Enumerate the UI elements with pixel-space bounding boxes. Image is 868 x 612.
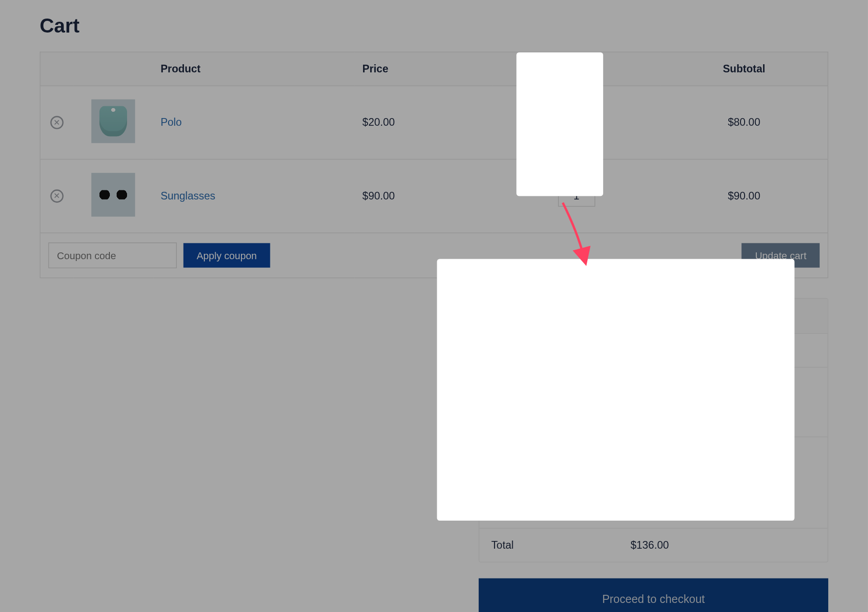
close-icon: ✕ bbox=[53, 192, 60, 200]
highlight-cart-totals bbox=[437, 259, 795, 521]
product-link[interactable]: Polo bbox=[160, 117, 182, 128]
total-label: Total bbox=[479, 528, 618, 562]
table-row: ✕ Polo $20.00 $80.00 bbox=[40, 86, 828, 160]
cart-table: Product Price Quantity Subtotal ✕ Polo $… bbox=[40, 52, 828, 278]
table-row: ✕ Sunglasses $90.00 $90.00 bbox=[40, 159, 828, 233]
apply-coupon-button[interactable]: Apply coupon bbox=[184, 243, 270, 267]
col-header-subtotal: Subtotal bbox=[660, 52, 828, 86]
total-amount: $136.00 bbox=[618, 528, 827, 562]
proceed-to-checkout-button[interactable]: Proceed to checkout bbox=[479, 579, 828, 612]
remove-item-button[interactable]: ✕ bbox=[50, 116, 63, 129]
subtotal-value: $90.00 bbox=[660, 159, 828, 233]
product-link[interactable]: Sunglasses bbox=[160, 190, 215, 201]
price-value: $90.00 bbox=[354, 159, 492, 233]
col-header-product: Product bbox=[153, 52, 354, 86]
product-thumbnail[interactable] bbox=[91, 173, 135, 217]
col-header-remove bbox=[40, 52, 73, 86]
col-header-thumb bbox=[73, 52, 153, 86]
coupon-code-input[interactable] bbox=[48, 242, 177, 268]
close-icon: ✕ bbox=[53, 119, 60, 127]
product-thumbnail[interactable] bbox=[91, 100, 135, 143]
col-header-price: Price bbox=[354, 52, 492, 86]
total-row: Total $136.00 bbox=[479, 528, 827, 562]
remove-item-button[interactable]: ✕ bbox=[50, 190, 63, 203]
page-title: Cart bbox=[40, 14, 828, 37]
price-value: $20.00 bbox=[354, 86, 492, 160]
highlight-quantity-column bbox=[516, 52, 603, 196]
subtotal-value: $80.00 bbox=[660, 86, 828, 160]
